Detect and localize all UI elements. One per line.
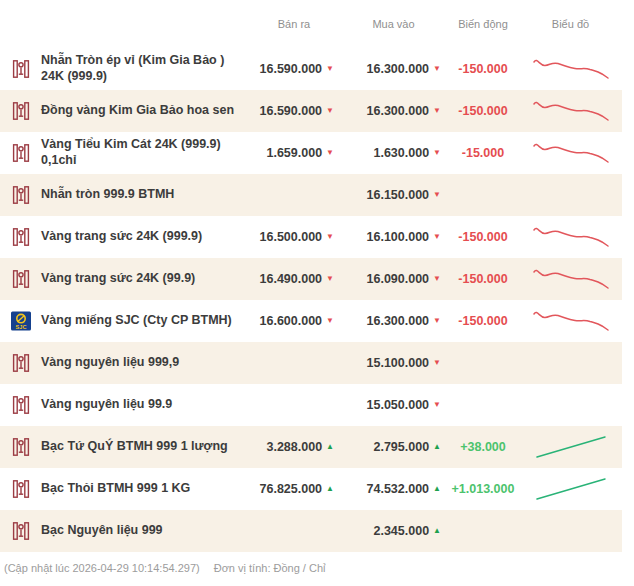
sell-price-cell: 16.600.000▼ xyxy=(248,314,340,328)
table-row: SJC Vàng miếng SJC (Cty CP BTMH) 16.600.… xyxy=(0,300,622,342)
buy-price-cell: 2.795.000▲ xyxy=(340,440,447,454)
table-row: Nhẫn tròn 999.9 BTMH 16.150.000▼ xyxy=(0,174,622,216)
sell-price-value: 76.825.000 xyxy=(260,482,323,496)
product-cell: Đồng vàng Kim Gia Bảo hoa sen xyxy=(0,100,248,122)
table-row: Bạc Tứ QuÝ BTMH 999 1 lượng 3.288.000▲ 2… xyxy=(0,426,622,468)
product-name: Vàng miếng SJC (Cty CP BTMH) xyxy=(41,313,232,329)
buy-price-value: 2.345.000 xyxy=(373,524,429,538)
chart-cell xyxy=(519,223,622,251)
sell-trend-arrow-icon: ▼ xyxy=(326,149,334,157)
buy-price-cell: 15.050.000▼ xyxy=(340,398,447,412)
sell-trend-arrow-icon: ▼ xyxy=(326,65,334,73)
kim-gia-bao-logo-icon xyxy=(10,436,32,458)
sell-trend-arrow-icon: ▼ xyxy=(326,275,334,283)
product-cell: Nhẫn Tròn ép vỉ (Kim Gia Bảo ) 24K (999.… xyxy=(0,53,248,84)
buy-trend-arrow-icon: ▼ xyxy=(433,359,441,367)
product-cell: Nhẫn tròn 999.9 BTMH xyxy=(0,184,248,206)
product-cell: Vàng trang sức 24K (999.9) xyxy=(0,226,248,248)
sell-price-value: 3.288.000 xyxy=(266,440,322,454)
buy-trend-arrow-icon: ▼ xyxy=(433,191,441,199)
sparkline-chart xyxy=(531,139,611,167)
column-header-sell: Bán ra xyxy=(248,18,340,30)
sparkline-chart xyxy=(531,223,611,251)
kim-gia-bao-logo-icon xyxy=(10,268,32,290)
sell-price-cell: 16.490.000▼ xyxy=(248,272,340,286)
change-value: -150.000 xyxy=(447,230,519,244)
sell-trend-arrow-icon: ▲ xyxy=(326,485,334,493)
table-header-row: Bán ra Mua vào Biến động Biểu đồ xyxy=(0,0,622,48)
kim-gia-bao-logo-icon xyxy=(10,394,32,416)
chart-cell xyxy=(519,139,622,167)
svg-text:SJC: SJC xyxy=(16,324,27,330)
change-value: -150.000 xyxy=(447,104,519,118)
buy-price-value: 16.300.000 xyxy=(367,62,430,76)
product-cell: SJC Vàng miếng SJC (Cty CP BTMH) xyxy=(0,310,248,332)
sell-price-value: 16.590.000 xyxy=(260,104,323,118)
sell-price-cell: 1.659.000▼ xyxy=(248,146,340,160)
sell-trend-arrow-icon: ▼ xyxy=(326,233,334,241)
sparkline-chart xyxy=(531,55,611,83)
column-header-buy: Mua vào xyxy=(340,18,447,30)
sparkline-chart xyxy=(531,475,611,503)
sell-price-cell: 3.288.000▲ xyxy=(248,440,340,454)
chart-cell xyxy=(519,307,622,335)
product-name: Vàng trang sức 24K (999.9) xyxy=(41,229,202,245)
table-row: Bạc Thỏi BTMH 999 1 KG 76.825.000▲ 74.53… xyxy=(0,468,622,510)
chart-cell xyxy=(519,265,622,293)
sell-trend-arrow-icon: ▼ xyxy=(326,317,334,325)
product-cell: Vàng nguyên liệu 999,9 xyxy=(0,352,248,374)
sparkline-chart xyxy=(531,433,611,461)
table-row: Vàng nguyên liệu 999,9 15.100.000▼ xyxy=(0,342,622,384)
table-row: Đồng vàng Kim Gia Bảo hoa sen 16.590.000… xyxy=(0,90,622,132)
product-cell: Vàng trang sức 24K (99.9) xyxy=(0,268,248,290)
product-name: Nhẫn tròn 999.9 BTMH xyxy=(41,187,174,203)
buy-price-value: 15.050.000 xyxy=(367,398,430,412)
table-row: Vàng trang sức 24K (999.9) 16.500.000▼ 1… xyxy=(0,216,622,258)
buy-price-value: 1.630.000 xyxy=(373,146,429,160)
kim-gia-bao-logo-icon xyxy=(10,478,32,500)
sell-price-value: 16.600.000 xyxy=(260,314,323,328)
chart-cell xyxy=(519,433,622,461)
kim-gia-bao-logo-icon xyxy=(10,142,32,164)
product-cell: Bạc Tứ QuÝ BTMH 999 1 lượng xyxy=(0,436,248,458)
table-row: Bạc Nguyên liệu 999 2.345.000▲ xyxy=(0,510,622,552)
sell-price-cell: 16.500.000▼ xyxy=(248,230,340,244)
product-name: Bạc Thỏi BTMH 999 1 KG xyxy=(41,481,190,497)
sell-trend-arrow-icon: ▲ xyxy=(326,443,334,451)
buy-trend-arrow-icon: ▼ xyxy=(433,149,441,157)
buy-price-value: 2.795.000 xyxy=(373,440,429,454)
table-row: Nhẫn Tròn ép vỉ (Kim Gia Bảo ) 24K (999.… xyxy=(0,48,622,90)
product-name: Bạc Tứ QuÝ BTMH 999 1 lượng xyxy=(41,439,228,455)
buy-price-cell: 74.532.000▲ xyxy=(340,482,447,496)
buy-price-cell: 2.345.000▲ xyxy=(340,524,447,538)
sell-price-cell: 16.590.000▼ xyxy=(248,104,340,118)
buy-trend-arrow-icon: ▼ xyxy=(433,401,441,409)
buy-trend-arrow-icon: ▲ xyxy=(433,527,441,535)
product-cell: Bạc Thỏi BTMH 999 1 KG xyxy=(0,478,248,500)
buy-price-value: 16.300.000 xyxy=(367,104,430,118)
product-name: Vàng Tiểu Kim Cát 24K (999.9) 0,1chỉ xyxy=(41,137,246,168)
sparkline-chart xyxy=(531,97,611,125)
buy-price-value: 16.100.000 xyxy=(367,230,430,244)
table-body: Nhẫn Tròn ép vỉ (Kim Gia Bảo ) 24K (999.… xyxy=(0,48,622,552)
sell-price-value: 1.659.000 xyxy=(266,146,322,160)
buy-price-cell: 16.300.000▼ xyxy=(340,104,447,118)
buy-price-value: 74.532.000 xyxy=(367,482,430,496)
buy-price-value: 16.150.000 xyxy=(367,188,430,202)
change-value: -150.000 xyxy=(447,272,519,286)
buy-price-cell: 1.630.000▼ xyxy=(340,146,447,160)
column-header-chart: Biểu đồ xyxy=(519,18,622,30)
chart-cell xyxy=(519,97,622,125)
change-value: -150.000 xyxy=(447,62,519,76)
change-value: +1.013.000 xyxy=(447,482,519,496)
buy-trend-arrow-icon: ▲ xyxy=(433,485,441,493)
sell-price-value: 16.490.000 xyxy=(260,272,323,286)
buy-trend-arrow-icon: ▲ xyxy=(433,443,441,451)
table-row: Vàng Tiểu Kim Cát 24K (999.9) 0,1chỉ 1.6… xyxy=(0,132,622,174)
product-name: Bạc Nguyên liệu 999 xyxy=(41,523,163,539)
sell-trend-arrow-icon: ▼ xyxy=(326,107,334,115)
sell-price-cell: 16.590.000▼ xyxy=(248,62,340,76)
table-footer: (Cập nhật lúc 2026-04-29 10:14:54.297) Đ… xyxy=(0,552,622,584)
product-name: Nhẫn Tròn ép vỉ (Kim Gia Bảo ) 24K (999.… xyxy=(41,53,246,84)
change-value: -15.000 xyxy=(447,146,519,160)
